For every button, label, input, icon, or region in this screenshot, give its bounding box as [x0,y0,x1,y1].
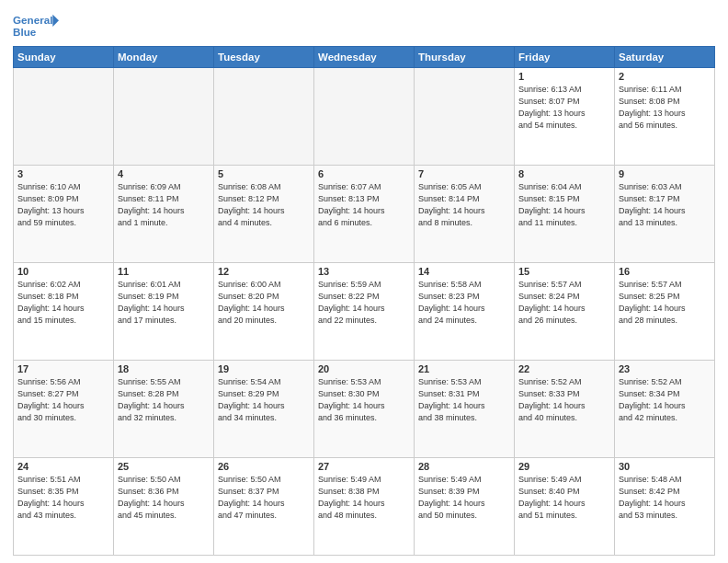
day-info: Sunrise: 5:55 AM Sunset: 8:28 PM Dayligh… [118,376,210,424]
day-info: Sunrise: 5:50 AM Sunset: 8:36 PM Dayligh… [118,474,210,522]
calendar-cell: 22Sunrise: 5:52 AM Sunset: 8:33 PM Dayli… [515,361,615,458]
day-number: 24 [17,461,109,472]
day-number: 2 [619,71,711,82]
calendar-cell: 10Sunrise: 6:02 AM Sunset: 8:18 PM Dayli… [14,263,114,361]
calendar-cell: 14Sunrise: 5:58 AM Sunset: 8:23 PM Dayli… [415,263,515,361]
calendar-cell [14,68,114,166]
logo: GeneralBlue [13,13,59,40]
day-info: Sunrise: 6:09 AM Sunset: 8:11 PM Dayligh… [118,181,210,229]
calendar-cell [114,68,214,166]
day-number: 5 [218,168,310,179]
calendar-cell: 8Sunrise: 6:04 AM Sunset: 8:15 PM Daylig… [515,166,615,263]
calendar-cell: 7Sunrise: 6:05 AM Sunset: 8:14 PM Daylig… [415,166,515,263]
day-info: Sunrise: 6:05 AM Sunset: 8:14 PM Dayligh… [418,181,510,229]
calendar-cell: 5Sunrise: 6:08 AM Sunset: 8:12 PM Daylig… [214,166,314,263]
calendar-cell: 17Sunrise: 5:56 AM Sunset: 8:27 PM Dayli… [14,361,114,458]
day-number: 22 [518,363,610,374]
day-number: 27 [318,461,410,472]
day-info: Sunrise: 5:58 AM Sunset: 8:23 PM Dayligh… [418,279,510,327]
calendar-cell: 4Sunrise: 6:09 AM Sunset: 8:11 PM Daylig… [114,166,214,263]
calendar-cell: 15Sunrise: 5:57 AM Sunset: 8:24 PM Dayli… [515,263,615,361]
day-number: 9 [619,168,711,179]
day-info: Sunrise: 6:08 AM Sunset: 8:12 PM Dayligh… [218,181,310,229]
day-number: 30 [619,461,711,472]
calendar-cell: 23Sunrise: 5:52 AM Sunset: 8:34 PM Dayli… [615,361,715,458]
day-number: 14 [418,266,510,277]
calendar-cell [214,68,314,166]
calendar-cell: 18Sunrise: 5:55 AM Sunset: 8:28 PM Dayli… [114,361,214,458]
header: GeneralBlue [13,9,715,40]
weekday-header: Thursday [415,47,515,68]
day-number: 12 [218,266,310,277]
day-info: Sunrise: 5:59 AM Sunset: 8:22 PM Dayligh… [318,279,410,327]
day-number: 25 [118,461,210,472]
calendar-cell: 1Sunrise: 6:13 AM Sunset: 8:07 PM Daylig… [515,68,615,166]
calendar-cell: 24Sunrise: 5:51 AM Sunset: 8:35 PM Dayli… [14,458,114,556]
day-number: 11 [118,266,210,277]
svg-marker-2 [52,15,59,27]
day-number: 20 [318,363,410,374]
calendar-cell: 28Sunrise: 5:49 AM Sunset: 8:39 PM Dayli… [415,458,515,556]
day-info: Sunrise: 5:49 AM Sunset: 8:39 PM Dayligh… [418,474,510,522]
day-number: 21 [418,363,510,374]
day-number: 23 [619,363,711,374]
day-info: Sunrise: 6:13 AM Sunset: 8:07 PM Dayligh… [518,84,610,132]
day-number: 26 [218,461,310,472]
svg-text:General: General [13,14,52,26]
day-info: Sunrise: 5:52 AM Sunset: 8:34 PM Dayligh… [619,376,711,424]
calendar-cell: 13Sunrise: 5:59 AM Sunset: 8:22 PM Dayli… [314,263,415,361]
calendar-cell: 9Sunrise: 6:03 AM Sunset: 8:17 PM Daylig… [615,166,715,263]
weekday-header: Friday [515,47,615,68]
day-info: Sunrise: 5:49 AM Sunset: 8:38 PM Dayligh… [318,474,410,522]
day-number: 15 [518,266,610,277]
calendar-cell [314,68,415,166]
calendar-cell: 6Sunrise: 6:07 AM Sunset: 8:13 PM Daylig… [314,166,415,263]
day-info: Sunrise: 6:02 AM Sunset: 8:18 PM Dayligh… [17,279,109,327]
calendar-cell: 12Sunrise: 6:00 AM Sunset: 8:20 PM Dayli… [214,263,314,361]
day-info: Sunrise: 5:53 AM Sunset: 8:30 PM Dayligh… [318,376,410,424]
day-info: Sunrise: 5:57 AM Sunset: 8:24 PM Dayligh… [518,279,610,327]
page: GeneralBlue SundayMondayTuesdayWednesday… [0,0,728,563]
weekday-header: Saturday [615,47,715,68]
day-number: 28 [418,461,510,472]
calendar-cell: 11Sunrise: 6:01 AM Sunset: 8:19 PM Dayli… [114,263,214,361]
weekday-header: Tuesday [214,47,314,68]
weekday-header: Monday [114,47,214,68]
calendar-cell: 27Sunrise: 5:49 AM Sunset: 8:38 PM Dayli… [314,458,415,556]
day-info: Sunrise: 6:03 AM Sunset: 8:17 PM Dayligh… [619,181,711,229]
weekday-header: Sunday [14,47,114,68]
day-info: Sunrise: 6:04 AM Sunset: 8:15 PM Dayligh… [518,181,610,229]
day-number: 6 [318,168,410,179]
calendar-cell: 25Sunrise: 5:50 AM Sunset: 8:36 PM Dayli… [114,458,214,556]
calendar-cell: 20Sunrise: 5:53 AM Sunset: 8:30 PM Dayli… [314,361,415,458]
day-info: Sunrise: 5:51 AM Sunset: 8:35 PM Dayligh… [17,474,109,522]
day-info: Sunrise: 6:07 AM Sunset: 8:13 PM Dayligh… [318,181,410,229]
day-number: 1 [518,71,610,82]
calendar-cell: 29Sunrise: 5:49 AM Sunset: 8:40 PM Dayli… [515,458,615,556]
day-number: 13 [318,266,410,277]
day-info: Sunrise: 5:49 AM Sunset: 8:40 PM Dayligh… [518,474,610,522]
calendar-table: SundayMondayTuesdayWednesdayThursdayFrid… [13,46,715,556]
calendar-cell: 3Sunrise: 6:10 AM Sunset: 8:09 PM Daylig… [14,166,114,263]
day-number: 17 [17,363,109,374]
day-info: Sunrise: 6:10 AM Sunset: 8:09 PM Dayligh… [17,181,109,229]
day-info: Sunrise: 5:53 AM Sunset: 8:31 PM Dayligh… [418,376,510,424]
day-info: Sunrise: 5:52 AM Sunset: 8:33 PM Dayligh… [518,376,610,424]
day-info: Sunrise: 5:48 AM Sunset: 8:42 PM Dayligh… [619,474,711,522]
day-number: 8 [518,168,610,179]
day-number: 18 [118,363,210,374]
calendar-cell: 21Sunrise: 5:53 AM Sunset: 8:31 PM Dayli… [415,361,515,458]
day-number: 4 [118,168,210,179]
weekday-header: Wednesday [314,47,415,68]
logo-icon: GeneralBlue [13,13,59,40]
calendar-cell: 19Sunrise: 5:54 AM Sunset: 8:29 PM Dayli… [214,361,314,458]
calendar-cell [415,68,515,166]
day-number: 19 [218,363,310,374]
calendar-cell: 16Sunrise: 5:57 AM Sunset: 8:25 PM Dayli… [615,263,715,361]
calendar-cell: 26Sunrise: 5:50 AM Sunset: 8:37 PM Dayli… [214,458,314,556]
calendar-cell: 30Sunrise: 5:48 AM Sunset: 8:42 PM Dayli… [615,458,715,556]
day-info: Sunrise: 6:01 AM Sunset: 8:19 PM Dayligh… [118,279,210,327]
day-info: Sunrise: 6:00 AM Sunset: 8:20 PM Dayligh… [218,279,310,327]
day-number: 10 [17,266,109,277]
day-info: Sunrise: 5:56 AM Sunset: 8:27 PM Dayligh… [17,376,109,424]
